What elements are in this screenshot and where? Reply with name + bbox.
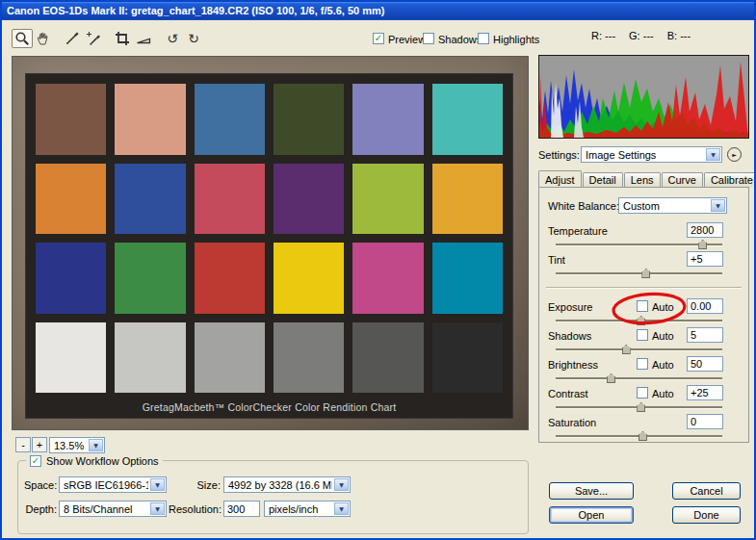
hand-tool[interactable] [33,29,54,48]
color-patch [115,84,185,155]
tab-lens[interactable]: Lens [624,172,661,187]
color-patch [195,84,265,155]
depth-select[interactable]: 8 Bits/Channel ▼ [59,501,167,517]
straighten-tool[interactable] [133,29,154,48]
settings-menu-button[interactable]: ► [727,147,742,162]
open-button[interactable]: Open [549,506,634,524]
saturation-slider[interactable] [556,435,722,437]
highlights-label: Highlights [493,34,539,45]
exposure-label: Exposure [548,301,592,313]
chevron-down-icon: ▼ [150,478,165,491]
preview-checkbox[interactable]: ✓ [373,33,384,44]
depth-label: Depth: [24,503,57,515]
brightness-auto-label: Auto [652,359,674,371]
cancel-button[interactable]: Cancel [672,482,741,500]
brightness-value-input[interactable] [687,356,723,372]
rotate-right-button[interactable]: ↻ [183,29,204,48]
histogram [538,55,749,139]
tint-value-input[interactable] [687,251,723,267]
color-patch [352,243,423,314]
tab-adjust[interactable]: Adjust [538,170,582,187]
size-label: Size: [192,479,221,491]
color-patch [274,84,344,155]
temperature-value-input[interactable] [687,222,723,238]
white-balance-label: White Balance: [548,200,619,212]
zoom-out-button[interactable]: - [15,437,31,452]
save-button[interactable]: Save... [549,482,634,500]
tint-slider[interactable] [556,272,722,274]
color-patch [115,322,185,394]
shadows-checkbox[interactable] [423,33,434,44]
done-button[interactable]: Done [672,506,741,524]
image-preview[interactable]: GretagMacbeth™ ColorChecker Color Rendit… [12,56,529,430]
r-value: R: --- [591,30,615,41]
workflow-legend: ✓ Show Workflow Options [26,454,163,467]
color-patch [115,243,185,314]
white-balance-tool[interactable] [62,29,83,48]
panel-separator [546,287,742,289]
show-workflow-options-checkbox[interactable]: ✓ [30,455,41,467]
color-patch [115,164,185,235]
color-patch [352,322,423,394]
zoom-in-button[interactable]: + [32,437,47,452]
tint-label: Tint [548,254,565,266]
size-select[interactable]: 4992 by 3328 (16.6 MP) ▼ [223,476,351,493]
tab-curve[interactable]: Curve [662,172,703,187]
zoom-level-select[interactable]: 13.5% ▼ [49,437,105,453]
color-patch [352,84,423,155]
saturation-value-input[interactable] [687,414,723,429]
patch-grid [36,84,503,393]
window-title: Canon EOS-1Ds Mark II: gretag_chart_1849… [7,5,385,16]
rgb-readout: R: --- G: --- B: --- [591,30,691,41]
chevron-down-icon: ▼ [334,478,349,491]
rotate-right-icon: ↻ [188,32,199,45]
tab-calibrate[interactable]: Calibrate [704,172,756,187]
chevron-down-icon: ▼ [150,502,165,515]
rotate-left-button[interactable]: ↺ [162,29,183,48]
chevron-down-icon: ▼ [334,502,349,515]
shadows-auto-label: Auto [652,330,674,342]
rotate-left-icon: ↺ [167,32,178,45]
brightness-slider[interactable] [556,377,722,379]
settings-select[interactable]: Image Settings ▼ [581,146,722,163]
color-patch [274,322,344,394]
brightness-auto-checkbox[interactable] [637,358,648,370]
depth-value: 8 Bits/Channel [64,503,148,515]
exposure-auto-annotation-circle [611,291,688,326]
highlights-checkbox[interactable] [478,33,489,44]
zoom-tool[interactable] [12,29,33,48]
contrast-value-input[interactable] [687,385,723,400]
contrast-slider[interactable] [556,406,722,408]
space-select[interactable]: sRGB IEC61966-1 ▼ [59,476,167,493]
color-patch [274,164,344,235]
resolution-unit-select[interactable]: pixels/inch ▼ [264,501,351,517]
contrast-auto-checkbox[interactable] [637,387,648,399]
white-balance-select[interactable]: Custom ▼ [618,197,727,214]
color-patch [352,164,423,235]
color-patch [432,243,503,314]
color-patch [432,164,503,235]
tab-detail[interactable]: Detail [583,172,623,187]
eyedropper-icon [65,31,80,46]
colorchecker-chart: GretagMacbeth™ ColorChecker Color Rendit… [25,73,513,419]
color-patch [36,164,106,235]
title-bar[interactable]: Canon EOS-1Ds Mark II: gretag_chart_1849… [2,2,754,20]
color-sampler-tool[interactable] [83,29,104,48]
white-balance-value: Custom [623,200,709,212]
contrast-label: Contrast [548,388,588,399]
shadows-value-input[interactable] [687,327,723,343]
shadows-slider[interactable] [556,348,722,350]
exposure-value-input[interactable] [687,298,723,314]
chevron-down-icon: ▼ [89,439,103,451]
color-patch [36,84,106,155]
preview-label: Preview [388,34,426,45]
chevron-down-icon: ▼ [706,148,720,161]
plus-icon: + [37,439,42,450]
shadows-auto-checkbox[interactable] [637,329,648,341]
temperature-slider[interactable] [556,244,722,245]
show-workflow-options-label: Show Workflow Options [46,455,159,467]
resolution-input[interactable] [223,501,260,517]
color-patch [432,84,503,155]
space-label: Space: [24,479,57,491]
crop-tool[interactable] [112,29,133,48]
